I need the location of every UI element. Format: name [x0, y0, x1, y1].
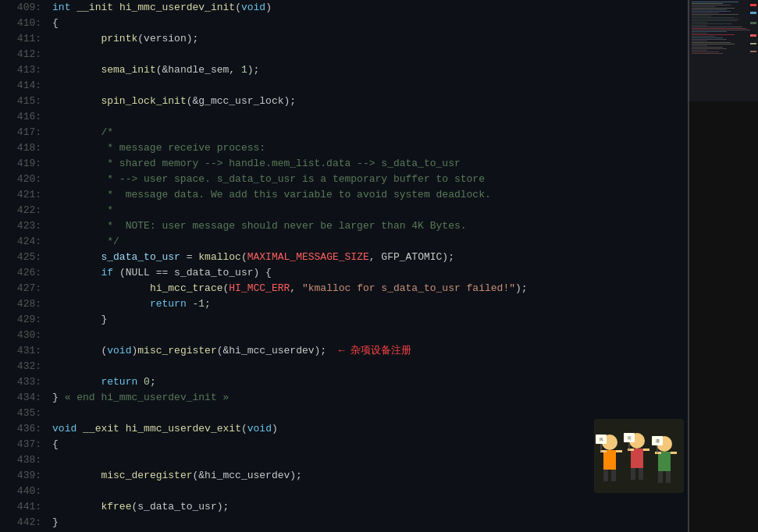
- svg-rect-45: [603, 450, 616, 470]
- table-row: 410:{: [0, 16, 688, 31]
- table-row: 417: /*: [0, 125, 688, 140]
- table-row: 437:{: [0, 437, 688, 452]
- svg-rect-67: [666, 471, 671, 483]
- line-code: return -1;: [49, 296, 688, 312]
- table-row: 414:: [0, 78, 688, 94]
- line-code: [49, 359, 688, 374]
- line-code: [49, 484, 688, 499]
- line-number: 435:: [0, 406, 49, 421]
- line-number: 433:: [0, 374, 49, 390]
- line-code: int __init hi_mmc_userdev_init(void): [49, 0, 688, 16]
- line-number: 411:: [0, 31, 49, 47]
- svg-rect-38: [750, 12, 756, 14]
- line-code: misc_deregister(&hi_mcc_userdev);: [49, 468, 688, 484]
- line-number: 432:: [0, 359, 49, 374]
- line-code: *: [49, 203, 688, 218]
- line-number: 424:: [0, 234, 49, 250]
- line-code: * message receive process:: [49, 140, 688, 156]
- svg-text:民: 民: [600, 438, 603, 442]
- table-row: 430:: [0, 328, 688, 343]
- line-number: 431:: [0, 343, 49, 359]
- line-number: 440:: [0, 484, 49, 499]
- line-code: /*: [49, 125, 688, 140]
- line-number: 429:: [0, 312, 49, 328]
- line-code: }: [49, 312, 688, 328]
- table-row: 442:}: [0, 515, 688, 530]
- svg-rect-35: [688, 0, 758, 101]
- line-code: * shared memory --> handle.mem_list.data…: [49, 156, 688, 172]
- line-code: {: [49, 437, 688, 452]
- line-number: 438:: [0, 452, 49, 468]
- line-code: spin_lock_init(&g_mcc_usr_lock);: [49, 94, 688, 109]
- table-row: 416:: [0, 109, 688, 125]
- line-number: 426:: [0, 265, 49, 281]
- table-row: 419: * shared memory --> handle.mem_list…: [0, 156, 688, 172]
- line-code: * message data. We add this variable to …: [49, 187, 688, 203]
- line-code: void __exit hi_mmc_userdev_exit(void): [49, 421, 688, 437]
- svg-rect-58: [639, 468, 643, 480]
- table-row: 438:: [0, 452, 688, 468]
- table-row: 427: hi_mcc_trace(HI_MCC_ERR, "kmalloc f…: [0, 281, 688, 296]
- svg-rect-47: [616, 450, 622, 452]
- line-number: 423:: [0, 218, 49, 234]
- svg-rect-36: [688, 0, 689, 532]
- line-number: 416:: [0, 109, 49, 125]
- table-row: 431: (void)misc_register(&hi_mcc_userdev…: [0, 343, 688, 359]
- line-number: 412:: [0, 47, 49, 62]
- svg-rect-64: [655, 452, 661, 454]
- code-editor[interactable]: 409:int __init hi_mmc_userdev_init(void)…: [0, 0, 688, 532]
- table-row: 411: printk(version);: [0, 31, 688, 47]
- table-row: 440:: [0, 484, 688, 499]
- svg-rect-66: [658, 471, 663, 483]
- svg-text:愿: 愿: [656, 439, 660, 444]
- line-code: if (NULL == s_data_to_usr) {: [49, 265, 688, 281]
- svg-rect-42: [750, 51, 756, 52]
- svg-rect-54: [631, 449, 643, 468]
- table-row: 413: sema_init(&handle_sem, 1);: [0, 62, 688, 78]
- line-code: s_data_to_usr = kmalloc(MAXIMAL_MESSAGE_…: [49, 250, 688, 265]
- line-code: }: [49, 515, 688, 530]
- line-code: [49, 109, 688, 125]
- line-code: [49, 406, 688, 421]
- line-number: 409:: [0, 0, 49, 16]
- line-number: 437:: [0, 437, 49, 452]
- table-row: 428: return -1;: [0, 296, 688, 312]
- line-code: } « end hi_mmc_userdev_init »: [49, 390, 688, 406]
- svg-text:应: 应: [628, 435, 632, 441]
- line-code: {: [49, 16, 688, 31]
- line-number: 410:: [0, 16, 49, 31]
- svg-rect-63: [658, 452, 671, 471]
- line-code: */: [49, 234, 688, 250]
- line-number: 415:: [0, 94, 49, 109]
- line-code: [49, 47, 688, 62]
- svg-rect-39: [750, 22, 756, 24]
- line-number: 417:: [0, 125, 49, 140]
- line-number: 427:: [0, 281, 49, 296]
- line-number: 425:: [0, 250, 49, 265]
- line-code: return 0;: [49, 374, 688, 390]
- svg-rect-65: [671, 452, 677, 454]
- line-code: [49, 452, 688, 468]
- table-row: 421: * message data. We add this variabl…: [0, 187, 688, 203]
- table-row: 426: if (NULL == s_data_to_usr) {: [0, 265, 688, 281]
- line-code: sema_init(&handle_sem, 1);: [49, 62, 688, 78]
- line-number: 428:: [0, 296, 49, 312]
- table-row: 433: return 0;: [0, 374, 688, 390]
- svg-rect-48: [603, 470, 608, 481]
- line-number: 414:: [0, 78, 49, 94]
- line-code: [49, 328, 688, 343]
- table-row: 434:} « end hi_mmc_userdev_init »: [0, 390, 688, 406]
- svg-rect-49: [611, 470, 616, 481]
- line-code: printk(version);: [49, 31, 688, 47]
- line-number: 434:: [0, 390, 49, 406]
- line-code: * --> user space. s_data_to_usr is a tem…: [49, 172, 688, 187]
- line-number: 436:: [0, 421, 49, 437]
- svg-rect-55: [628, 449, 634, 451]
- line-number: 439:: [0, 468, 49, 484]
- table-row: 436:void __exit hi_mmc_userdev_exit(void…: [0, 421, 688, 437]
- table-row: 432:: [0, 359, 688, 374]
- line-number: 413:: [0, 62, 49, 78]
- table-row: 424: */: [0, 234, 688, 250]
- table-row: 441: kfree(s_data_to_usr);: [0, 499, 688, 515]
- minimap[interactable]: [688, 0, 758, 532]
